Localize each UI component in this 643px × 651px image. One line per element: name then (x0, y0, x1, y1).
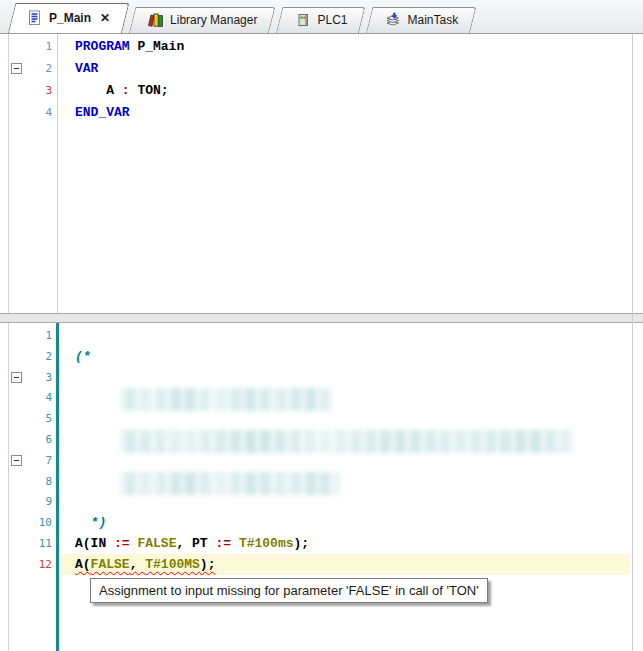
redacted-comment-block (120, 472, 340, 495)
code-line[interactable]: 3 (0, 367, 643, 388)
code-line[interactable]: 11A(IN := FALSE, PT := T#100ms); (0, 533, 643, 554)
code-token: FALSE (137, 536, 176, 551)
code-text: *) (75, 515, 106, 530)
code-line[interactable]: 1PROGRAM P_Main (0, 36, 643, 58)
line-number: 12 (14, 558, 52, 571)
code-text: PROGRAM P_Main (75, 39, 184, 54)
code-text: A : TON; (75, 83, 169, 98)
fold-marker-collapse-icon[interactable] (11, 63, 22, 74)
code-line[interactable]: 8 (0, 471, 643, 492)
code-line[interactable]: 4END_VAR (0, 102, 643, 124)
plc-device-icon (294, 12, 311, 28)
line-number: 6 (14, 433, 52, 446)
declaration-editor[interactable]: 1PROGRAM P_Main2VAR3 A : TON;4END_VAR (0, 34, 643, 313)
code-token: T#100MS (145, 557, 200, 572)
tab-label: P_Main (49, 11, 91, 25)
tab-content: Library Manager (129, 7, 269, 33)
implementation-code-area[interactable]: 12(*345678910 *)11A(IN := FALSE, PT := T… (0, 325, 643, 575)
line-number: 8 (14, 475, 52, 488)
tab-label: PLC1 (317, 13, 347, 27)
code-token: TON; (130, 83, 169, 98)
tab-maintask[interactable]: MainTask (366, 7, 470, 33)
code-token (231, 536, 239, 551)
editor-right-border (632, 34, 633, 651)
code-text: A(FALSE, T#100MS); (75, 557, 215, 572)
line-number: 9 (14, 495, 52, 508)
code-line[interactable]: 6 (0, 429, 643, 450)
code-text: A(IN := FALSE, PT := T#100ms); (75, 536, 309, 551)
code-token: ); (294, 536, 310, 551)
line-number: 4 (14, 391, 52, 404)
line-number: 11 (14, 537, 52, 550)
line-number: 1 (14, 329, 52, 342)
document-icon (26, 10, 43, 26)
tab-p-main[interactable]: P_Main✕ (8, 3, 122, 33)
code-line[interactable]: 3 A : TON; (0, 80, 643, 102)
code-token: *) (75, 515, 106, 530)
code-line[interactable]: 12A(FALSE, T#100MS); (0, 554, 643, 575)
tab-label: MainTask (407, 13, 458, 27)
code-token: VAR (75, 61, 98, 76)
code-token: : (122, 83, 130, 98)
tab-label: Library Manager (170, 13, 257, 27)
code-line[interactable]: 2VAR (0, 58, 643, 80)
tab-content: PLC1 (276, 7, 359, 33)
code-text: (* (75, 349, 91, 364)
line-number: 2 (14, 350, 52, 363)
code-token: , PT (176, 536, 215, 551)
declaration-code-area[interactable]: 1PROGRAM P_Main2VAR3 A : TON;4END_VAR (0, 36, 643, 124)
code-token: A (75, 83, 122, 98)
tab-content: MainTask (366, 7, 470, 33)
code-text: VAR (75, 61, 98, 76)
document-tab-bar: P_Main✕Library ManagerPLC1MainTask (0, 0, 643, 34)
code-text: END_VAR (75, 105, 130, 120)
code-token: (* (75, 349, 91, 364)
codesys-editor-window: P_Main✕Library ManagerPLC1MainTask 1PROG… (0, 0, 643, 651)
redacted-comment-block (120, 388, 332, 411)
error-tooltip: Assignment to input missing for paramete… (90, 578, 488, 603)
tab-library-manager[interactable]: Library Manager (129, 7, 269, 33)
tab-content: P_Main✕ (8, 3, 122, 33)
code-line[interactable]: 10 *) (0, 512, 643, 533)
close-tab-icon[interactable]: ✕ (100, 12, 110, 24)
code-line[interactable]: 5 (0, 408, 643, 429)
fold-marker-collapse-icon[interactable] (11, 372, 22, 383)
task-icon (384, 12, 401, 28)
code-line[interactable]: 4 (0, 387, 643, 408)
line-number: 10 (14, 516, 52, 529)
pane-splitter[interactable] (0, 313, 643, 323)
code-token: A(IN (75, 536, 114, 551)
code-token: , (130, 557, 146, 572)
library-icon (147, 12, 164, 28)
tab-plc1[interactable]: PLC1 (276, 7, 359, 33)
code-line[interactable]: 2(* (0, 346, 643, 367)
code-token: FALSE (91, 557, 130, 572)
line-number: 5 (14, 412, 52, 425)
line-number: 4 (14, 106, 52, 119)
code-token: := (215, 536, 231, 551)
code-token: ); (200, 557, 216, 572)
code-token: END_VAR (75, 105, 130, 120)
code-token: PROGRAM (75, 39, 130, 54)
code-token: P_Main (130, 39, 185, 54)
fold-marker-collapse-icon[interactable] (11, 455, 22, 466)
code-token: := (114, 536, 130, 551)
code-line[interactable]: 1 (0, 325, 643, 346)
redacted-comment-block (120, 430, 575, 453)
line-number: 3 (14, 84, 52, 97)
code-token: A( (75, 557, 91, 572)
line-number: 1 (14, 40, 52, 53)
code-token: T#100ms (239, 536, 294, 551)
